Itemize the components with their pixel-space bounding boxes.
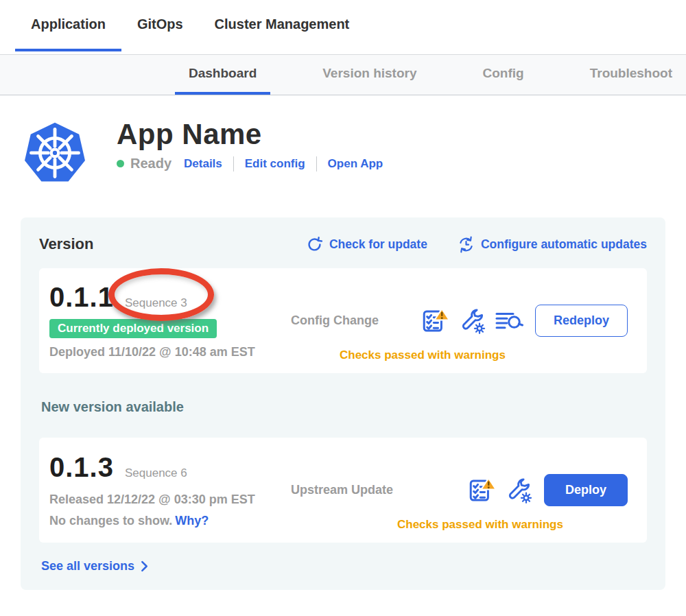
divider: [316, 156, 317, 171]
new-version-icon-group: [469, 477, 532, 504]
divider: [233, 156, 234, 171]
wrench-gear-icon[interactable]: [506, 477, 532, 504]
current-version-row: 0.1.1 Sequence 3 Currently deployed vers…: [39, 268, 647, 373]
check-for-update-label: Check for update: [329, 237, 427, 252]
chevron-right-icon: [139, 560, 150, 572]
current-version-sequence: Sequence 3: [125, 296, 187, 310]
deploy-button[interactable]: Deploy: [544, 474, 628, 506]
new-version-available-heading: New version available: [41, 399, 647, 415]
check-for-update-link[interactable]: Check for update: [306, 236, 427, 253]
version-card-header: Version Check for update Configure autom…: [39, 235, 647, 253]
status-label: Ready: [130, 156, 172, 171]
details-link[interactable]: Details: [184, 157, 222, 171]
top-nav: Application GitOps Cluster Management: [0, 0, 686, 54]
preflight-checks-icon[interactable]: [423, 308, 450, 334]
new-version-number: 0.1.3: [49, 452, 114, 483]
configure-automatic-updates-link[interactable]: Configure automatic updates: [458, 236, 647, 253]
current-version-source-label: Config Change: [291, 313, 379, 328]
current-version-checks-status: Checks passed with warnings: [340, 348, 506, 362]
redeploy-button[interactable]: Redeploy: [535, 305, 628, 337]
page-title: App Name: [117, 119, 383, 150]
wrench-gear-icon[interactable]: [459, 307, 486, 334]
version-card-actions: Check for update Configure automatic upd…: [306, 236, 647, 253]
new-version-line: 0.1.3 Sequence 6: [49, 452, 291, 483]
top-tab-cluster-management[interactable]: Cluster Management: [199, 0, 366, 51]
see-all-versions-link[interactable]: See all versions: [41, 559, 150, 573]
preflight-checks-icon[interactable]: [469, 477, 497, 504]
app-header-text: App Name Ready Details Edit config Open …: [117, 119, 383, 185]
current-version-number: 0.1.1: [49, 282, 114, 313]
app-header: App Name Ready Details Edit config Open …: [22, 119, 686, 185]
current-version-info: 0.1.1 Sequence 3 Currently deployed vers…: [49, 282, 291, 359]
top-tab-gitops[interactable]: GitOps: [121, 0, 199, 51]
new-version-actions: Deploy: [469, 474, 628, 506]
configure-automatic-updates-label: Configure automatic updates: [481, 237, 647, 252]
current-version-actions: Redeploy: [423, 305, 628, 337]
new-version-row: 0.1.3 Sequence 6 Released 12/12/22 @ 03:…: [39, 438, 647, 543]
sub-nav: Dashboard Version history Config Trouble…: [0, 54, 686, 95]
ready-status-dot-icon: [117, 160, 124, 167]
currently-deployed-badge: Currently deployed version: [49, 319, 217, 338]
current-version-line: 0.1.1 Sequence 3: [49, 282, 291, 313]
red-circle-annotation: [108, 268, 214, 321]
current-version-icon-group: [423, 307, 523, 334]
open-app-link[interactable]: Open App: [328, 157, 383, 171]
no-changes-line: No changes to show.Why?: [49, 514, 291, 528]
new-version-source-label: Upstream Update: [291, 483, 393, 497]
see-all-versions-label: See all versions: [41, 559, 134, 573]
view-diff-icon[interactable]: [495, 309, 523, 333]
deployed-timestamp: Deployed 11/10/22 @ 10:48 am EST: [49, 345, 291, 359]
refresh-icon: [306, 236, 323, 253]
new-version-info: 0.1.3 Sequence 6 Released 12/12/22 @ 03:…: [49, 452, 291, 528]
why-link[interactable]: Why?: [175, 514, 209, 528]
version-card: Version Check for update Configure autom…: [21, 217, 665, 590]
new-version-checks-status: Checks passed with warnings: [397, 518, 563, 532]
clock-refresh-icon: [458, 236, 475, 253]
edit-config-link[interactable]: Edit config: [245, 157, 305, 171]
released-timestamp: Released 12/12/22 @ 03:30 pm EST: [49, 493, 291, 507]
version-heading: Version: [39, 235, 93, 253]
sub-tab-dashboard[interactable]: Dashboard: [175, 55, 270, 95]
new-version-sequence: Sequence 6: [125, 466, 187, 480]
app-status-row: Ready Details Edit config Open App: [117, 156, 383, 171]
sub-tab-config[interactable]: Config: [469, 55, 538, 95]
top-tab-application[interactable]: Application: [15, 0, 121, 51]
kubernetes-logo-icon: [22, 119, 88, 185]
sub-tab-troubleshoot[interactable]: Troubleshoot: [576, 55, 686, 95]
no-changes-text: No changes to show.: [49, 514, 172, 528]
sub-tab-version-history[interactable]: Version history: [309, 55, 430, 95]
